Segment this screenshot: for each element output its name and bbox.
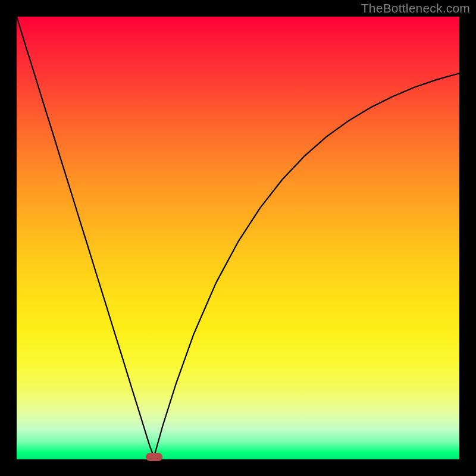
- curve-left-branch: [17, 17, 154, 457]
- chart-curve: [17, 17, 459, 459]
- minimum-marker: [146, 453, 162, 461]
- chart-frame: TheBottleneck.com: [0, 0, 476, 476]
- chart-plot-area: [17, 17, 459, 459]
- curve-right-branch: [154, 73, 459, 457]
- watermark-text: TheBottleneck.com: [361, 1, 470, 15]
